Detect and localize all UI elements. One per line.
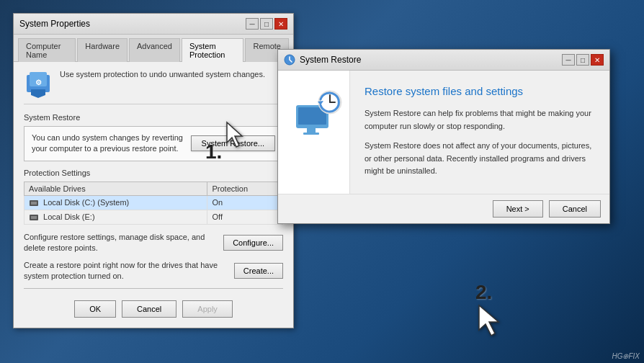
restore-icon-container	[289, 85, 339, 135]
restore-minimize-button[interactable]: ─	[562, 54, 575, 66]
step-1-label: 1.	[205, 140, 222, 163]
system-properties-window: System Properties ─ □ ✕ Computer Name Ha…	[13, 13, 294, 328]
restore-description: You can undo system changes by reverting…	[32, 133, 185, 155]
restore-win-footer: Next > Cancel	[278, 194, 609, 223]
window-controls: ─ □ ✕	[246, 18, 287, 30]
tab-advanced[interactable]: Advanced	[129, 38, 180, 62]
watermark: HG⊕FIX	[612, 352, 640, 360]
restore-main-content: Restore system files and settings System…	[350, 71, 609, 194]
protection-settings-label: Protection Settings	[24, 169, 283, 177]
create-button[interactable]: Create...	[234, 263, 283, 279]
shield-icon: ⚙	[24, 69, 53, 98]
drive-c-name: Local Disk (C:) (System)	[24, 195, 207, 210]
restore-cancel-button[interactable]: Cancel	[549, 200, 601, 218]
svg-rect-4	[31, 202, 37, 205]
configure-row: Configure restore settings, manage disk …	[24, 232, 283, 254]
create-row: Create a restore point right now for the…	[24, 260, 283, 282]
tab-computer-name[interactable]: Computer Name	[18, 38, 76, 62]
protection-settings-section: Protection Settings Available Drives Pro…	[24, 169, 283, 225]
table-row[interactable]: Local Disk (C:) (System) On	[24, 195, 283, 210]
restore-para2: System Restore does not affect any of yo…	[365, 140, 595, 178]
next-button[interactable]: Next >	[493, 200, 543, 218]
system-properties-body: ⚙ Use system protection to undo unwanted…	[14, 62, 293, 328]
restore-composite-icon	[289, 85, 346, 143]
col-protection: Protection	[207, 182, 283, 195]
maximize-button[interactable]: □	[260, 18, 273, 30]
tab-system-protection[interactable]: System Protection	[182, 38, 244, 62]
apply-button[interactable]: Apply	[182, 300, 233, 318]
svg-rect-12	[303, 133, 319, 135]
restore-title-icon	[284, 54, 295, 66]
drive-c-icon	[29, 199, 39, 207]
system-properties-title: System Properties	[19, 19, 90, 29]
restore-row: You can undo system changes by reverting…	[32, 133, 275, 155]
configure-button[interactable]: Configure...	[223, 235, 283, 251]
drive-e-icon	[29, 213, 39, 222]
step-2-label: 2.	[475, 281, 492, 304]
close-button[interactable]: ✕	[274, 18, 287, 30]
system-restore-button[interactable]: System Restore...	[191, 135, 275, 151]
separator	[24, 288, 283, 289]
svg-marker-18	[479, 305, 498, 336]
restore-win-body: Restore system files and settings System…	[278, 71, 609, 194]
system-restore-title: System Restore	[300, 55, 361, 65]
restore-left-panel	[278, 71, 350, 194]
dialog-footer: OK Cancel Apply	[24, 295, 283, 321]
col-drives: Available Drives	[24, 182, 207, 195]
minimize-button[interactable]: ─	[246, 18, 259, 30]
restore-maximize-button[interactable]: □	[576, 54, 589, 66]
drive-c-protection: On	[207, 195, 283, 210]
system-restore-window: System Restore ─ □ ✕	[277, 49, 610, 224]
drive-e-protection: Off	[207, 210, 283, 224]
tabs-bar: Computer Name Hardware Advanced System P…	[14, 35, 293, 62]
drives-table: Available Drives Protection Local Disk (…	[24, 182, 283, 225]
tab-hardware[interactable]: Hardware	[77, 38, 128, 62]
create-text: Create a restore point right now for the…	[24, 260, 228, 282]
restore-window-controls: ─ □ ✕	[562, 54, 604, 66]
svg-text:⚙: ⚙	[35, 79, 42, 86]
cursor-arrow-2-icon	[475, 304, 511, 340]
system-restore-section-label: System Restore	[24, 113, 283, 122]
table-row[interactable]: Local Disk (E:) Off	[24, 210, 283, 224]
cancel-button[interactable]: Cancel	[122, 300, 176, 318]
ok-button[interactable]: OK	[74, 300, 116, 318]
restore-win-heading: Restore system files and settings	[365, 85, 595, 97]
svg-rect-6	[31, 216, 37, 219]
header-description: Use system protection to undo unwanted s…	[60, 69, 265, 80]
restore-para1: System Restore can help fix problems tha…	[365, 107, 595, 133]
restore-close-button[interactable]: ✕	[591, 54, 604, 66]
system-restore-titlebar: System Restore ─ □ ✕	[278, 50, 609, 71]
header-row: ⚙ Use system protection to undo unwanted…	[24, 69, 283, 104]
system-properties-titlebar: System Properties ─ □ ✕	[14, 14, 293, 35]
system-restore-section: You can undo system changes by reverting…	[24, 126, 283, 161]
drive-e-name: Local Disk (E:)	[24, 210, 207, 224]
configure-text: Configure restore settings, manage disk …	[24, 232, 218, 254]
svg-rect-11	[307, 128, 316, 133]
